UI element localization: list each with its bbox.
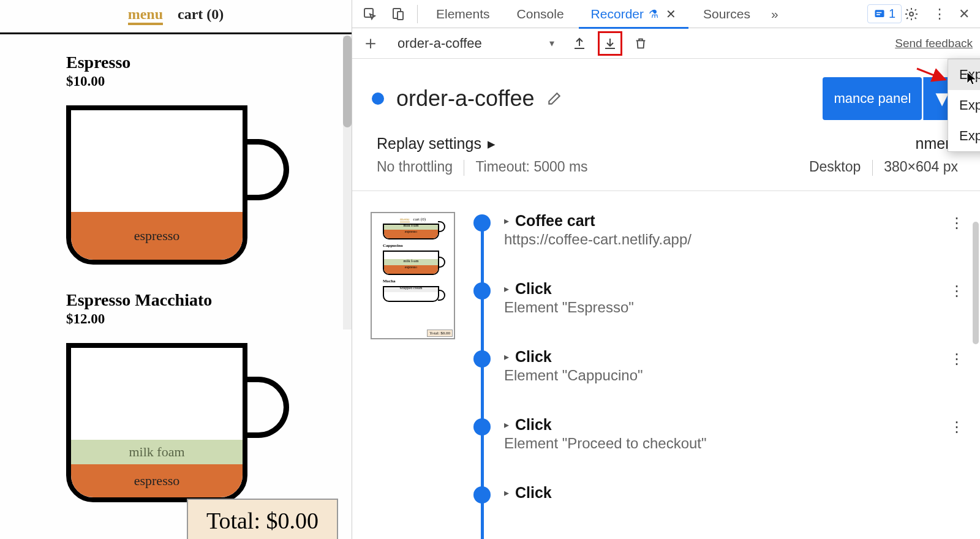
replay-settings-label: Replay settings (377, 135, 481, 153)
tab-sources[interactable]: Sources (691, 0, 763, 28)
chevron-right-icon: ▸ (504, 215, 509, 227)
step-navigate[interactable]: ▸Coffee cart https://coffee-cart.netlify… (473, 212, 962, 248)
recording-select[interactable]: order-a-coffee ▾ (389, 33, 560, 54)
thumb-nav-menu: menu (400, 217, 410, 222)
export-button[interactable] (598, 32, 622, 55)
tab-more[interactable]: » (765, 0, 785, 28)
website-preview: menu cart (0) Espresso $10.00 espresso E… (0, 0, 352, 539)
svg-rect-0 (364, 9, 373, 17)
product-espresso: Espresso $10.00 espresso (66, 53, 352, 265)
device-toggle-icon[interactable] (385, 0, 411, 28)
chevron-right-icon: ▸ (504, 419, 509, 431)
step-dot-icon (473, 282, 491, 300)
issues-badge[interactable]: 1 (867, 4, 902, 23)
devtools-panel: Elements Console Recorder ⚗ ✕ Sources » … (352, 0, 980, 539)
recording-select-label: order-a-coffee (398, 36, 482, 51)
cup-handle-icon (245, 377, 289, 438)
step-title: Click (515, 416, 552, 434)
step-menu-icon[interactable]: ⋮ (949, 282, 964, 300)
thumb-foam: milk foam (384, 224, 438, 230)
replay-settings-summary: No throttling Timeout: 5000 ms (377, 159, 588, 176)
step-title: Click (515, 348, 552, 366)
svg-rect-5 (876, 14, 880, 15)
nav-link-menu[interactable]: menu (128, 6, 163, 25)
step-click-checkout[interactable]: ▸Click Element "Proceed to checkout" ⋮ (473, 416, 962, 452)
product-name: Espresso Macchiato (66, 290, 352, 310)
close-devtools-icon[interactable]: ✕ (953, 6, 975, 22)
export-puppeteer-item[interactable]: Export as a Puppeteer script (948, 121, 980, 151)
thumb-esp: espresso (384, 265, 438, 274)
delete-button[interactable] (629, 32, 652, 55)
chevron-right-icon: ▸ (488, 135, 496, 153)
inspect-element-icon[interactable] (357, 0, 383, 28)
thumb-nav-cart: cart (0) (413, 217, 426, 222)
layer-milk-foam: milk foam (71, 440, 243, 464)
nav-link-cart[interactable]: cart (0) (178, 6, 224, 25)
product-macchiato: Espresso Macchiato $12.00 milk foam espr… (66, 290, 352, 502)
step-sub: Element "Espresso" (504, 299, 962, 316)
close-tab-icon[interactable]: ✕ (666, 7, 676, 21)
send-feedback-link[interactable]: Send feedback (895, 37, 973, 50)
thumb-foam: milk foam (384, 259, 438, 265)
cup-espresso[interactable]: espresso (66, 105, 352, 265)
svg-point-6 (910, 12, 913, 16)
step-click-cappucino[interactable]: ▸Click Element "Cappucino" ⋮ (473, 348, 962, 384)
step-dot-icon (473, 214, 491, 232)
step-sub: Element "Proceed to checkout" (504, 435, 962, 452)
site-nav: menu cart (0) (0, 2, 352, 26)
step-title: Click (515, 280, 552, 298)
beaker-icon: ⚗ (649, 7, 658, 21)
devtools-menu-icon[interactable]: ⋮ (929, 6, 951, 22)
thumb-total: Total: $0.00 (427, 330, 453, 337)
new-recording-button[interactable]: ＋ (360, 31, 382, 56)
edit-title-icon[interactable] (546, 91, 562, 107)
replay-settings-toggle[interactable]: Replay settings ▸ (377, 135, 588, 153)
step-sub: https://coffee-cart.netlify.app/ (504, 231, 962, 248)
step-click-partial[interactable]: ▸Click (473, 484, 962, 502)
performance-panel-button-group: mance panel ▼ (823, 77, 960, 120)
export-replay-item[interactable]: Export as a @puppeteer/replay script (948, 90, 980, 121)
settings-gear-icon[interactable] (904, 7, 926, 21)
step-menu-icon[interactable]: ⋮ (949, 214, 964, 232)
import-button[interactable] (568, 32, 591, 55)
chevron-down-icon: ▾ (549, 37, 554, 49)
performance-panel-button[interactable]: mance panel (823, 77, 922, 120)
thumb-product: Mocha (383, 279, 450, 284)
total-tooltip[interactable]: Total: $0.00 (187, 499, 338, 539)
step-menu-icon[interactable]: ⋮ (949, 418, 964, 435)
devtools-tabbar: Elements Console Recorder ⚗ ✕ Sources » … (352, 0, 980, 28)
chevron-right-icon: ▸ (504, 351, 509, 363)
step-click-espresso[interactable]: ▸Click Element "Espresso" ⋮ (473, 280, 962, 316)
chevron-right-icon: ▸ (504, 487, 509, 499)
layer-espresso: espresso (71, 464, 243, 497)
step-dot-icon (473, 418, 491, 435)
divider (464, 160, 464, 176)
tab-elements[interactable]: Elements (424, 0, 502, 28)
step-menu-icon[interactable]: ⋮ (949, 350, 964, 368)
product-name: Espresso (66, 53, 352, 72)
divider (872, 160, 873, 176)
environment-summary: Desktop 380×604 px (809, 159, 958, 176)
steps-area: menucart (0) Espresso milk foamespresso … (352, 190, 980, 539)
env-device: Desktop (809, 159, 861, 175)
steps-scrollbar-thumb[interactable] (973, 222, 979, 344)
svg-rect-2 (398, 12, 403, 20)
steps-scrollbar[interactable] (973, 222, 979, 539)
recording-title: order-a-coffee (396, 86, 534, 111)
export-json-item[interactable]: Export as a JSON file (948, 59, 980, 90)
issues-icon (873, 8, 886, 20)
cup-macchiato[interactable]: milk foam espresso (66, 343, 352, 502)
step-title: Click (515, 484, 552, 502)
thumb-cream: whipped cream (384, 286, 438, 292)
tab-recorder[interactable]: Recorder ⚗ ✕ (579, 0, 688, 28)
screenshot-thumbnail[interactable]: menucart (0) Espresso milk foamespresso … (371, 212, 455, 339)
layer-espresso: espresso (71, 212, 243, 260)
cup-handle-icon (245, 139, 289, 200)
product-price: $12.00 (66, 311, 352, 327)
tab-console[interactable]: Console (505, 0, 576, 28)
env-size: 380×604 px (884, 159, 958, 175)
chevron-right-icon: ▸ (504, 283, 509, 295)
divider (417, 5, 418, 23)
tab-recorder-label: Recorder (591, 7, 644, 21)
recording-title-row: order-a-coffee mance panel ▼ (352, 59, 980, 126)
